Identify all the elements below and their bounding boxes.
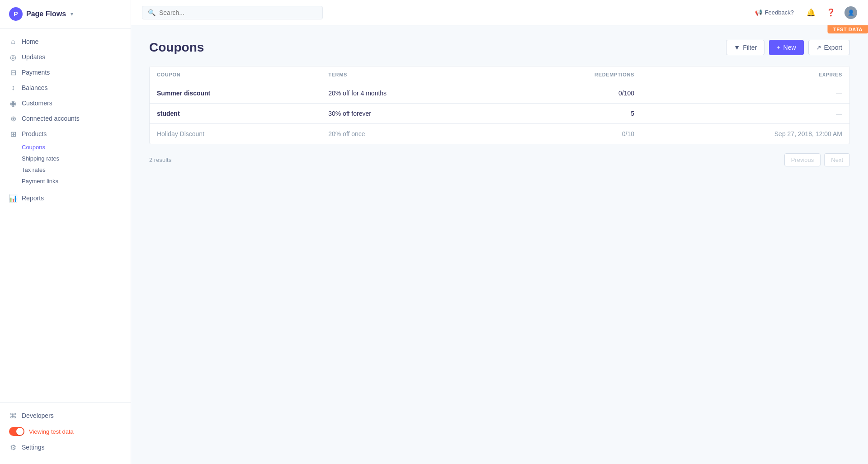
customers-icon: ◉ [9, 99, 17, 107]
sidebar-nav: ⌂ Home ◎ Updates ⊟ Payments ↕ Balances ◉… [0, 28, 131, 402]
products-icon: ⊞ [9, 130, 17, 138]
content: Coupons ▼ Filter + New ↗ Export [131, 25, 868, 464]
test-data-toggle[interactable]: Viewing test data [0, 423, 131, 440]
coupon-name: Holiday Discount [150, 124, 321, 144]
coupon-terms: 20% off for 4 months [321, 83, 505, 104]
new-button[interactable]: + New [769, 40, 803, 55]
sidebar-item-label: Home [22, 38, 38, 45]
sidebar-item-connected-accounts[interactable]: ⊕ Connected accounts [0, 111, 131, 126]
sidebar-item-home[interactable]: ⌂ Home [0, 34, 131, 49]
logo-icon: P [9, 7, 23, 21]
sidebar-item-balances[interactable]: ↕ Balances [0, 80, 131, 95]
sidebar-item-label: Connected accounts [22, 115, 80, 122]
feedback-button[interactable]: 📢 Feedback? [751, 7, 797, 18]
table-body: Summer discount 20% off for 4 months 0/1… [150, 83, 849, 144]
coupon-name: student [150, 104, 321, 124]
gear-icon: ⚙ [9, 443, 17, 451]
chevron-down-icon: ▾ [71, 11, 73, 17]
page-header: Coupons ▼ Filter + New ↗ Export [149, 40, 850, 55]
sidebar-item-label: Updates [22, 53, 45, 61]
reports-icon: 📊 [9, 194, 17, 202]
col-coupon: COUPON [150, 66, 321, 83]
sidebar-item-label: Developers [22, 412, 54, 419]
next-button[interactable]: Next [824, 153, 850, 166]
sidebar-item-developers[interactable]: ⌘ Developers [0, 408, 131, 423]
sidebar-item-label: Customers [22, 99, 52, 107]
avatar[interactable]: 👤 [844, 6, 857, 19]
sidebar-item-settings[interactable]: ⚙ Settings [0, 440, 131, 455]
coupon-redemptions: 0/10 [505, 124, 642, 144]
coupon-terms: 30% off forever [321, 104, 505, 124]
col-terms: TERMS [321, 66, 505, 83]
sidebar-item-updates[interactable]: ◎ Updates [0, 49, 131, 65]
banner-inner: TEST DATA [131, 25, 868, 33]
sidebar-item-payments[interactable]: ⊟ Payments [0, 65, 131, 80]
coupon-redemptions: 5 [505, 104, 642, 124]
sidebar-item-label: Products [22, 130, 47, 137]
sidebar-item-reports[interactable]: 📊 Reports [0, 190, 131, 206]
search-input[interactable] [159, 9, 317, 16]
sidebar-item-customers[interactable]: ◉ Customers [0, 95, 131, 111]
page-title: Coupons [149, 40, 204, 55]
coupon-terms: 20% off once [321, 124, 505, 144]
sidebar-bottom: ⌘ Developers Viewing test data ⚙ Setting… [0, 402, 131, 464]
coupon-expires: — [642, 104, 849, 124]
sidebar-logo[interactable]: P Page Flows ▾ [0, 0, 131, 28]
developers-icon: ⌘ [9, 412, 17, 420]
coupons-table: COUPON TERMS REDEMPTIONS EXPIRES Summer … [149, 66, 850, 144]
plus-icon: + [777, 44, 780, 51]
table-header: COUPON TERMS REDEMPTIONS EXPIRES [150, 66, 849, 83]
export-button[interactable]: ↗ Export [808, 40, 850, 55]
table: COUPON TERMS REDEMPTIONS EXPIRES Summer … [150, 66, 849, 144]
coupon-expires: Sep 27, 2018, 12:00 AM [642, 124, 849, 144]
pagination: Previous Next [784, 153, 850, 166]
topbar-right: 📢 Feedback? 🔔 ❓ 👤 [751, 6, 857, 19]
sidebar-item-label: Settings [22, 444, 45, 451]
sub-nav: Coupons Shipping rates Tax rates Payment… [0, 142, 131, 187]
sidebar-item-products[interactable]: ⊞ Products [0, 126, 131, 142]
payments-icon: ⊟ [9, 68, 17, 76]
coupon-redemptions: 0/100 [505, 83, 642, 104]
col-expires: EXPIRES [642, 66, 849, 83]
sidebar-item-label: Payments [22, 69, 50, 76]
test-data-banner: TEST DATA [828, 25, 868, 33]
sidebar-item-label: Reports [22, 194, 44, 202]
col-redemptions: REDEMPTIONS [505, 66, 642, 83]
toggle-switch-icon[interactable] [9, 427, 24, 436]
sidebar-item-shipping-rates[interactable]: Shipping rates [22, 153, 131, 164]
filter-button[interactable]: ▼ Filter [726, 40, 764, 55]
filter-icon: ▼ [734, 44, 740, 51]
search-box[interactable]: 🔍 [142, 6, 323, 19]
table-row[interactable]: Holiday Discount 20% off once 0/10 Sep 2… [150, 124, 849, 144]
help-button[interactable]: ❓ [825, 6, 837, 19]
megaphone-icon: 📢 [755, 9, 762, 16]
sidebar-item-label: Balances [22, 84, 48, 91]
sidebar: P Page Flows ▾ ⌂ Home ◎ Updates ⊟ Paymen… [0, 0, 131, 464]
connected-icon: ⊕ [9, 114, 17, 123]
export-icon: ↗ [816, 44, 821, 51]
coupon-name: Summer discount [150, 83, 321, 104]
results-row: 2 results Previous Next [149, 152, 850, 168]
search-icon: 🔍 [148, 9, 156, 16]
updates-icon: ◎ [9, 53, 17, 61]
table-row[interactable]: Summer discount 20% off for 4 months 0/1… [150, 83, 849, 104]
test-data-label: Viewing test data [29, 428, 74, 435]
topbar: 🔍 📢 Feedback? 🔔 ❓ 👤 [131, 0, 868, 25]
notifications-button[interactable]: 🔔 [805, 6, 817, 19]
balances-icon: ↕ [9, 84, 17, 92]
table-row[interactable]: student 30% off forever 5 — [150, 104, 849, 124]
sidebar-item-tax-rates[interactable]: Tax rates [22, 164, 131, 175]
results-count: 2 results [149, 156, 171, 163]
app-name: Page Flows [26, 10, 66, 18]
home-icon: ⌂ [9, 38, 17, 46]
sidebar-item-coupons[interactable]: Coupons [22, 142, 131, 153]
previous-button[interactable]: Previous [784, 153, 821, 166]
sidebar-item-payment-links[interactable]: Payment links [22, 175, 131, 187]
coupon-expires: — [642, 83, 849, 104]
main: 🔍 📢 Feedback? 🔔 ❓ 👤 TEST DATA Coupons ▼ [131, 0, 868, 464]
header-actions: ▼ Filter + New ↗ Export [726, 40, 850, 55]
